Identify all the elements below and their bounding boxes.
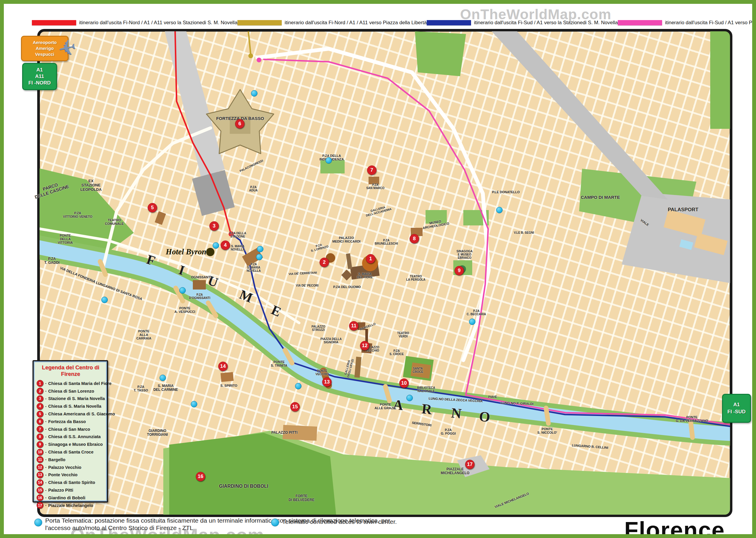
legend-item: 6-Fortezza da Basso <box>37 418 105 425</box>
fi-nord-line: FI -NORD <box>23 80 56 86</box>
map-label: P.ZA T. GADDI <box>44 257 59 265</box>
landmark-marker-15[interactable]: 15 <box>290 402 300 411</box>
legend-number-badge: 11 <box>37 456 43 463</box>
legend-item: 9-Sinagoga e Museo Ebraico <box>37 441 105 448</box>
legend-number-badge: 5 <box>37 411 43 417</box>
legend-separator: - <box>45 450 46 455</box>
landmark-marker-16[interactable]: 16 <box>196 472 205 481</box>
route-color-swatch <box>427 20 471 26</box>
map-label: GIARDINO TORRIGIANI <box>147 429 168 437</box>
map-label: PALAZZO PITTI <box>272 431 297 435</box>
map-label: P.ZA D'OGNISSANTI <box>189 293 210 299</box>
map-label: S. MARIA DEL CARMINE <box>153 384 178 392</box>
fi-sud-line: FI -SUD <box>723 408 750 415</box>
landmark-marker-13[interactable]: 13 <box>322 377 331 387</box>
map-label: N <box>450 405 462 422</box>
legend-number-badge: 15 <box>37 487 43 494</box>
fi-nord-line: A1 <box>23 67 56 73</box>
legend-number-badge: 4 <box>37 403 43 410</box>
map-label: PONTE ALLA CARRAIA <box>136 329 151 340</box>
legend-number-badge: 16 <box>37 494 43 501</box>
landmark-marker-5[interactable]: 5 <box>148 203 157 212</box>
legend-separator: - <box>45 473 46 477</box>
landmark-marker-6[interactable]: 6 <box>235 119 244 129</box>
map-label: PONTE VECCHIO <box>315 369 329 376</box>
legend-item: 12-Palazzo Vecchio <box>37 463 105 471</box>
telematic-gate-icon <box>213 242 219 249</box>
legend-separator: - <box>45 404 46 408</box>
route-legend-label: itinerario dall'uscita Fi-Nord / A1 / A1… <box>285 20 427 26</box>
legend-separator: - <box>45 457 46 462</box>
map-label: PIAZZA DELLA SIGNORIA <box>321 337 342 344</box>
legend-item-label: Palazzo Vecchio <box>48 465 81 470</box>
legend-number-badge: 12 <box>37 464 43 471</box>
map-label: SINAGOGA E MUSEO EBRAICO <box>457 250 473 259</box>
map-page: itinerario dall'uscita Fi-Nord / A1 / A1… <box>0 0 756 538</box>
map-label: P.ZA BRUNELLESCHI <box>375 239 398 245</box>
map-label: BIBLIOTECA NAZIONALE <box>417 386 435 393</box>
route-color-swatch <box>32 20 76 26</box>
landmark-marker-12[interactable]: 12 <box>360 341 370 350</box>
legend-number-badge: 2 <box>37 388 43 395</box>
map-label: VIA DE' PECORI <box>296 284 318 287</box>
map-label: SANTA CROCE <box>413 367 423 373</box>
route-legend-label: itinerario dall'uscita Fi-Nord / A1 / A1… <box>79 20 237 26</box>
map-label: CAMPO DI MARTE <box>581 195 620 200</box>
legend-separator: - <box>45 419 46 424</box>
legend-number-badge: 17 <box>37 502 43 509</box>
landmark-marker-7[interactable]: 7 <box>367 165 377 175</box>
landmark-marker-1[interactable]: 1 <box>366 254 375 264</box>
legend-separator: - <box>45 496 46 500</box>
legend-item-label: Bargello <box>48 457 65 462</box>
landmark-marker-3[interactable]: 3 <box>209 221 219 231</box>
legend-separator: - <box>45 427 46 431</box>
map-label: PALAZZO STROZZI <box>312 325 325 332</box>
landmark-marker-14[interactable]: 14 <box>218 362 228 371</box>
legend-separator: - <box>45 412 46 416</box>
legend-item-label: Chiesa di San Lorenzo <box>48 389 94 394</box>
telematic-gate-icon <box>160 375 166 381</box>
legend-separator: - <box>45 397 46 401</box>
map-label: PONTE DELLA VITTORIA <box>58 234 73 244</box>
route-legend-label: itinerario dall'uscita Fi-Sud / A1 verso… <box>474 20 618 26</box>
legend-item-label: Palazzo Pitti <box>48 488 73 493</box>
legend-title: Legenda del Centro di Firenze <box>37 364 105 377</box>
legend-number-badge: 10 <box>37 449 43 456</box>
map-label: OGNISSANTI <box>191 275 211 279</box>
route-legend-item: itinerario dall'uscita Fi-Sud / A1 verso… <box>427 20 618 26</box>
legend-number-badge: 14 <box>37 479 43 486</box>
telematic-gate-icon <box>271 518 279 526</box>
page-background: itinerario dall'uscita Fi-Nord / A1 / A1… <box>4 4 752 534</box>
route-legend-bar: itinerario dall'uscita Fi-Nord / A1 / A1… <box>32 20 748 26</box>
landmark-marker-17[interactable]: 17 <box>465 460 475 469</box>
legend-number-badge: 3 <box>37 395 43 402</box>
map-label: GIARDINO DI BOBOLI <box>219 484 268 489</box>
legend-item-label: Stazione di S. Maria Novella <box>48 396 105 401</box>
map-label: PONTE G. DA VERRAZZANO <box>676 415 708 422</box>
map-label: PONTE ALLE GRAZIE <box>375 403 396 410</box>
landmark-marker-2[interactable]: 2 <box>320 258 329 267</box>
telematic-gate-icon <box>251 90 258 97</box>
route-legend-item: itinerario dall'uscita Fi-Nord / A1 / A1… <box>32 20 237 26</box>
legend-item: 7-Chiesa di San Marco <box>37 425 105 433</box>
legend-item: 14-Chiesa di Santo Spirito <box>37 479 105 486</box>
map-title: Florence <box>624 517 725 534</box>
legend-item-label: Chiesa di S.S. Annunziata <box>48 434 101 439</box>
legend-number-badge: 6 <box>37 418 43 425</box>
map-label: TEATRO LA PERGOLA <box>406 275 425 281</box>
landmark-marker-10[interactable]: 10 <box>399 378 409 388</box>
landmark-marker-4[interactable]: 4 <box>221 241 230 250</box>
map-label: PALASPORT <box>668 207 698 213</box>
legend-box: Legenda del Centro di Firenze 1-Chiesa d… <box>32 360 108 503</box>
landmark-marker-11[interactable]: 11 <box>349 321 359 331</box>
legend-item: 17-Piazzale Michelangelo <box>37 502 105 509</box>
map-label: P.ZA VITTORIO VENETO <box>63 211 92 218</box>
florence-map[interactable] <box>37 29 732 517</box>
landmark-marker-9[interactable]: 9 <box>454 266 464 275</box>
legend-item: 3-Stazione di S. Maria Novella <box>37 395 105 403</box>
legend-item: 8-Chiesa di S.S. Annunziata <box>37 433 105 441</box>
map-label: PIAVE <box>488 395 497 399</box>
landmark-marker-8[interactable]: 8 <box>410 234 419 243</box>
telematic-gate-icon <box>326 157 332 164</box>
telematic-gate-icon <box>257 246 263 252</box>
